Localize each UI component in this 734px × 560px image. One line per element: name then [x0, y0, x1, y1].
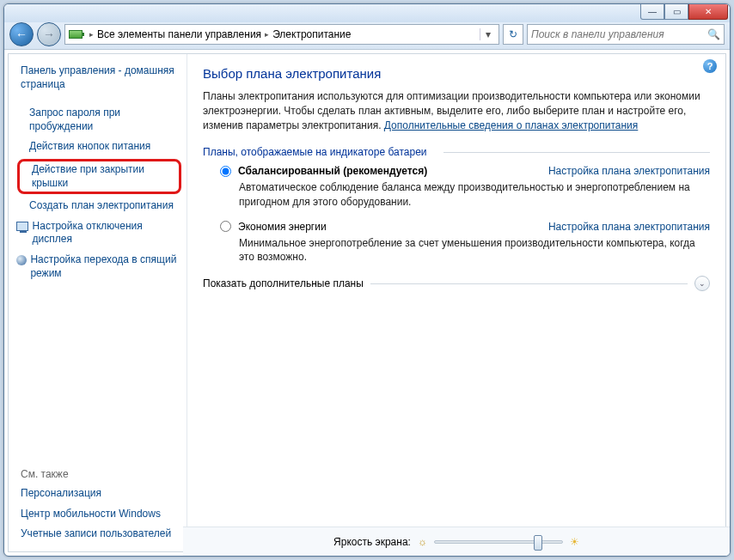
plan-settings-link[interactable]: Настройка плана электропитания [548, 165, 710, 177]
search-input[interactable] [531, 28, 707, 40]
sun-dim-icon: ☼ [418, 536, 427, 548]
power-plan-balanced: Сбалансированный (рекомендуется) Настрой… [220, 165, 710, 208]
plan-name: Сбалансированный (рекомендуется) [238, 165, 427, 177]
address-row: ← → ▸ Все элементы панели управления ▸ Э… [4, 22, 730, 50]
back-button[interactable]: ← [9, 22, 34, 46]
see-also-user-accounts[interactable]: Учетные записи пользователей [12, 524, 187, 545]
refresh-button[interactable]: ↻ [503, 24, 523, 45]
sidebar-link-power-buttons[interactable]: Действия кнопок питания [12, 137, 187, 157]
brightness-label: Яркость экрана: [333, 536, 411, 548]
show-additional-plans[interactable]: Показать дополнительные планы ⌄ [203, 276, 710, 291]
plans-group-title: Планы, отображаемые на индикаторе батаре… [203, 146, 710, 158]
expand-label: Показать дополнительные планы [203, 277, 364, 289]
address-dropdown-icon[interactable]: ▾ [480, 28, 495, 40]
plan-description: Автоматическое соблюдение баланса между … [239, 180, 710, 208]
sidebar-link-label: Настройка перехода в спящий режим [30, 253, 181, 280]
see-also-personalization[interactable]: Персонализация [12, 484, 187, 504]
plan-radio-saver[interactable] [220, 221, 231, 232]
titlebar: — ▭ ✕ [4, 4, 730, 22]
see-also-mobility-center[interactable]: Центр мобильности Windows [12, 504, 187, 525]
plans-group-label: Планы, отображаемые на индикаторе батаре… [203, 146, 427, 158]
breadcrumb-separator-icon: ▸ [265, 30, 269, 39]
sidebar: Панель управления - домашняя страница За… [9, 54, 187, 551]
chevron-down-icon[interactable]: ⌄ [694, 276, 710, 291]
brightness-slider-thumb[interactable] [534, 535, 542, 551]
maximize-button[interactable]: ▭ [664, 4, 688, 20]
forward-button[interactable]: → [37, 22, 61, 46]
brightness-bar: Яркость экрана: ☼ ☀ [183, 527, 726, 552]
sidebar-home[interactable]: Панель управления - домашняя страница [12, 61, 187, 94]
sidebar-link-create-plan[interactable]: Создать план электропитания [12, 196, 187, 216]
brightness-slider[interactable] [434, 540, 563, 544]
sidebar-link-wake-password[interactable]: Запрос пароля при пробуждении [12, 103, 187, 137]
content-body: Панель управления - домашняя страница За… [8, 53, 726, 552]
sidebar-link-display-off[interactable]: Настройка отключения дисплея [12, 216, 187, 250]
help-icon[interactable]: ? [703, 59, 717, 73]
control-panel-window: — ▭ ✕ ← → ▸ Все элементы панели управлен… [3, 3, 731, 557]
minimize-button[interactable]: — [640, 4, 664, 20]
breadcrumb-level2[interactable]: Электропитание [272, 28, 351, 40]
sidebar-link-lid-action[interactable]: Действие при закрытии крышки [17, 159, 181, 194]
breadcrumb-level1[interactable]: Все элементы панели управления [97, 28, 261, 40]
power-plan-saver: Экономия энергии Настройка плана электро… [220, 221, 710, 264]
power-icon [69, 30, 83, 39]
plan-name: Экономия энергии [238, 221, 327, 233]
breadcrumb-separator-icon: ▸ [89, 30, 94, 39]
plan-radio-balanced[interactable] [220, 166, 231, 177]
plan-settings-link[interactable]: Настройка плана электропитания [548, 221, 710, 233]
search-icon[interactable]: 🔍 [707, 28, 720, 40]
sun-bright-icon: ☀ [570, 536, 579, 548]
plan-description: Минимальное энергопотребление за счет ум… [239, 236, 710, 264]
see-also-heading: См. также [12, 465, 187, 484]
divider-line [443, 152, 710, 153]
sidebar-link-label: Настройка отключения дисплея [33, 220, 181, 247]
address-bar[interactable]: ▸ Все элементы панели управления ▸ Элект… [64, 24, 499, 45]
display-icon [15, 220, 29, 234]
intro-text: Планы электропитания используются для оп… [203, 89, 710, 132]
intro-link[interactable]: Дополнительные сведения о планах электро… [384, 119, 638, 131]
divider-line [370, 283, 688, 284]
search-box[interactable]: 🔍 [527, 24, 725, 45]
page-title: Выбор плана электропитания [203, 66, 710, 81]
main-content: ? Выбор плана электропитания Планы элект… [187, 54, 725, 551]
close-button[interactable]: ✕ [688, 4, 728, 20]
sidebar-link-sleep[interactable]: Настройка перехода в спящий режим [12, 250, 187, 283]
sleep-icon [15, 253, 27, 267]
